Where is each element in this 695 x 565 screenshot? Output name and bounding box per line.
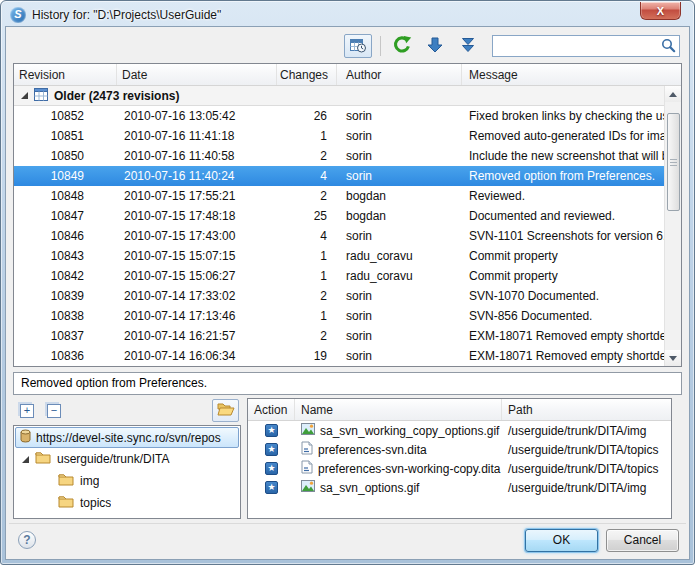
cancel-button[interactable]: Cancel xyxy=(606,529,679,552)
date-cell: 2010-07-15 17:43:00 xyxy=(117,229,277,243)
column-header-revision[interactable]: Revision xyxy=(14,64,117,85)
file-row[interactable]: ★ sa_svn_options.gif /userguide/trunk/DI… xyxy=(248,478,671,497)
collapse-all-button[interactable]: − xyxy=(47,404,61,418)
message-cell: SVN-1070 Documented. xyxy=(462,289,664,303)
history-row[interactable]: 10836 2010-07-14 16:06:34 19 sorin EXM-1… xyxy=(14,346,664,366)
tree-node-child[interactable]: topics xyxy=(14,492,240,514)
message-cell: Documented and reviewed. xyxy=(462,209,664,223)
scrollbar-thumb[interactable] xyxy=(667,113,680,211)
history-row[interactable]: 10839 2010-07-14 17:33:02 2 sorin SVN-10… xyxy=(14,286,664,306)
commit-message-preview: Removed option from Preferences. xyxy=(13,372,682,395)
file-row[interactable]: ★ preferences-svn.dita /userguid xyxy=(248,440,671,459)
titlebar[interactable]: S History for: "D:\Projects\UserGuide" X xyxy=(5,1,690,26)
show-folders-toggle-button[interactable] xyxy=(212,399,239,422)
repository-icon xyxy=(20,429,31,446)
file-path: /userguide/trunk/DITA/img xyxy=(502,481,671,495)
history-scrollbar[interactable] xyxy=(664,86,681,366)
author-cell: radu_coravu xyxy=(337,249,462,263)
changes-cell: 2 xyxy=(277,189,337,203)
revision-cell: 10842 xyxy=(14,269,117,283)
get-all-revisions-button[interactable] xyxy=(455,34,481,58)
history-row[interactable]: 10847 2010-07-15 17:48:18 25 bogdan Docu… xyxy=(14,206,664,226)
scroll-down-button[interactable] xyxy=(665,350,681,366)
question-icon: ? xyxy=(23,533,30,547)
column-header-changes[interactable]: Changes xyxy=(277,64,337,85)
history-row[interactable]: 10842 2010-07-15 15:06:27 1 radu_coravu … xyxy=(14,266,664,286)
get-next-revisions-button[interactable] xyxy=(422,34,448,58)
dialog-content: Revision Date Changes Author Message xyxy=(5,26,690,560)
revision-group-row[interactable]: Older (2473 revisions) xyxy=(14,86,681,106)
column-header-date[interactable]: Date xyxy=(117,64,277,85)
history-row[interactable]: 10852 2010-07-16 13:05:42 26 sorin Fixed… xyxy=(14,106,664,126)
revision-cell: 10839 xyxy=(14,289,117,303)
changes-cell: 19 xyxy=(277,349,337,363)
repository-url: https://devel-site.sync.ro/svn/repos xyxy=(36,431,221,445)
author-cell: sorin xyxy=(337,109,462,123)
history-row[interactable]: 10846 2010-07-15 17:43:00 4 sorin SVN-11… xyxy=(14,226,664,246)
column-header-action[interactable]: Action xyxy=(248,399,295,420)
date-cell: 2010-07-16 11:40:58 xyxy=(117,149,277,163)
history-row[interactable]: 10838 2010-07-14 17:13:46 1 sorin SVN-85… xyxy=(14,306,664,326)
changes-cell: 1 xyxy=(277,269,337,283)
folder-label: topics xyxy=(80,496,111,510)
file-row[interactable]: ★ preferences-svn-working-copy.dita xyxy=(248,459,671,478)
history-row[interactable]: 10837 2010-07-14 16:21:57 2 sorin EXM-18… xyxy=(14,326,664,346)
message-cell: EXM-18071 Removed empty shortdesc ele... xyxy=(462,349,664,363)
revision-cell: 10848 xyxy=(14,189,117,203)
expander-icon[interactable] xyxy=(22,456,29,463)
expander-icon[interactable] xyxy=(21,92,28,99)
scrollbar-grip-icon xyxy=(670,159,677,167)
history-row-selected[interactable]: 10849 2010-07-16 11:40:24 4 sorin Remove… xyxy=(14,166,664,186)
dita-file-icon xyxy=(301,441,313,458)
history-row[interactable]: 10848 2010-07-15 17:55:21 2 bogdan Revie… xyxy=(14,186,664,206)
scroll-up-button[interactable] xyxy=(665,86,681,102)
history-row[interactable]: 10843 2010-07-15 15:07:15 1 radu_coravu … xyxy=(14,246,664,266)
close-button[interactable]: X xyxy=(640,2,681,20)
history-rows: 10852 2010-07-16 13:05:42 26 sorin Fixed… xyxy=(14,106,681,366)
history-row[interactable]: 10851 2010-07-16 11:41:18 1 sorin Remove… xyxy=(14,126,664,146)
author-cell: sorin xyxy=(337,329,462,343)
revision-cell: 10836 xyxy=(14,349,117,363)
expand-all-button[interactable]: + xyxy=(20,404,34,418)
search-input[interactable] xyxy=(492,35,680,57)
author-cell: sorin xyxy=(337,229,462,243)
folder-label: userguide/trunk/DITA xyxy=(57,452,170,466)
column-header-name[interactable]: Name xyxy=(295,399,502,420)
file-path: /userguide/trunk/DITA/topics xyxy=(502,443,671,457)
revision-cell: 10843 xyxy=(14,249,117,263)
column-header-path[interactable]: Path xyxy=(502,399,671,420)
ok-button[interactable]: OK xyxy=(525,529,598,552)
scroll-up-icon xyxy=(669,92,677,97)
changes-cell: 2 xyxy=(277,289,337,303)
message-cell: Include the new screenshot that will be … xyxy=(462,149,664,163)
date-cell: 2010-07-15 17:55:21 xyxy=(117,189,277,203)
help-button[interactable]: ? xyxy=(18,531,36,549)
tree-node-child[interactable]: img xyxy=(14,470,240,492)
search-box xyxy=(492,35,680,57)
message-cell: Reviewed. xyxy=(462,189,664,203)
date-cell: 2010-07-16 11:41:18 xyxy=(117,129,277,143)
file-path: /userguide/trunk/DITA/topics xyxy=(502,462,671,476)
author-cell: bogdan xyxy=(337,209,462,223)
history-toolbar xyxy=(9,29,686,61)
action-modified-icon: ★ xyxy=(265,462,278,475)
group-by-date-button[interactable] xyxy=(344,34,372,58)
changes-cell: 1 xyxy=(277,309,337,323)
author-cell: sorin xyxy=(337,129,462,143)
column-header-message[interactable]: Message xyxy=(462,64,681,85)
changes-cell: 2 xyxy=(277,149,337,163)
column-header-author[interactable]: Author xyxy=(337,64,462,85)
revision-cell: 10838 xyxy=(14,309,117,323)
history-row[interactable]: 10850 2010-07-16 11:40:58 2 sorin Includ… xyxy=(14,146,664,166)
file-name: preferences-svn.dita xyxy=(318,443,427,457)
revision-cell: 10850 xyxy=(14,149,117,163)
tree-root-repository[interactable]: https://devel-site.sync.ro/svn/repos xyxy=(15,427,239,448)
message-cell: Removed option from Preferences. xyxy=(462,169,664,183)
tree-node-folder[interactable]: userguide/trunk/DITA xyxy=(14,448,240,470)
changes-cell: 4 xyxy=(277,169,337,183)
file-row[interactable]: ★ sa_svn_working_copy_options.gif /userg… xyxy=(248,421,671,440)
refresh-button[interactable] xyxy=(389,34,415,58)
folder-label: img xyxy=(80,474,99,488)
refresh-icon xyxy=(392,35,412,58)
app-icon: S xyxy=(10,7,26,23)
